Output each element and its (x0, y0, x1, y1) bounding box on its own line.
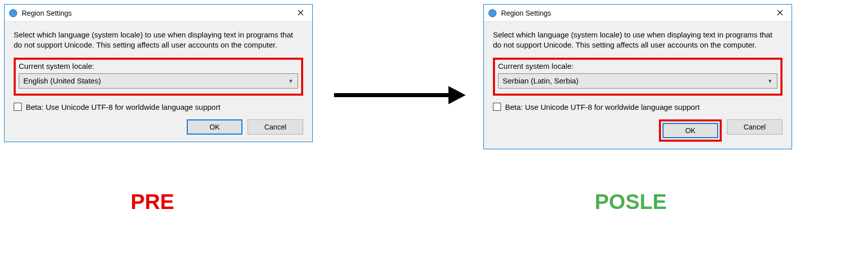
locale-dropdown[interactable]: Serbian (Latin, Serbia) ▼ (498, 73, 777, 89)
close-icon (777, 9, 783, 17)
ok-button-highlight: OK (659, 119, 722, 142)
ok-button[interactable]: OK (663, 123, 718, 138)
svg-point-0 (10, 9, 17, 17)
svg-point-1 (489, 9, 497, 17)
globe-icon (9, 9, 18, 18)
button-row: OK Cancel (14, 119, 303, 135)
ok-button[interactable]: OK (187, 119, 242, 135)
close-button[interactable] (289, 5, 312, 22)
close-icon (298, 9, 304, 17)
dialog-body: Select which language (system locale) to… (5, 22, 312, 142)
checkbox-icon[interactable] (14, 103, 22, 111)
utf8-checkbox-row[interactable]: Beta: Use Unicode UTF-8 for worldwide la… (14, 103, 303, 111)
locale-label: Current system locale: (19, 62, 298, 70)
checkbox-label: Beta: Use Unicode UTF-8 for worldwide la… (505, 103, 699, 111)
dialog-body: Select which language (system locale) to… (484, 22, 792, 149)
locale-value: Serbian (Latin, Serbia) (503, 76, 578, 85)
locale-section-highlight: Current system locale: Serbian (Latin, S… (493, 58, 782, 96)
chevron-down-icon: ▼ (767, 78, 773, 84)
caption-before: PRE (131, 190, 174, 214)
chevron-down-icon: ▼ (288, 78, 294, 84)
cancel-button[interactable]: Cancel (247, 119, 303, 135)
description-text: Select which language (system locale) to… (14, 30, 303, 51)
caption-after: POSLE (595, 190, 667, 214)
window-title: Region Settings (22, 9, 289, 17)
region-settings-dialog-before: Region Settings Select which language (s… (4, 4, 313, 142)
checkbox-icon[interactable] (493, 103, 501, 111)
region-settings-dialog-after: Region Settings Select which language (s… (483, 4, 792, 149)
button-row: OK Cancel (493, 119, 782, 142)
cancel-button[interactable]: Cancel (727, 119, 782, 135)
titlebar: Region Settings (5, 5, 312, 22)
locale-dropdown[interactable]: English (United States) ▼ (19, 73, 298, 89)
description-text: Select which language (system locale) to… (493, 30, 782, 51)
close-button[interactable] (768, 5, 792, 22)
checkbox-label: Beta: Use Unicode UTF-8 for worldwide la… (26, 103, 220, 111)
titlebar: Region Settings (484, 5, 792, 22)
locale-label: Current system locale: (498, 62, 777, 70)
globe-icon (488, 9, 497, 18)
locale-value: English (United States) (23, 76, 101, 85)
window-title: Region Settings (501, 9, 768, 17)
arrow-right-icon (334, 89, 466, 101)
utf8-checkbox-row[interactable]: Beta: Use Unicode UTF-8 for worldwide la… (493, 103, 782, 111)
locale-section-highlight: Current system locale: English (United S… (14, 58, 303, 96)
